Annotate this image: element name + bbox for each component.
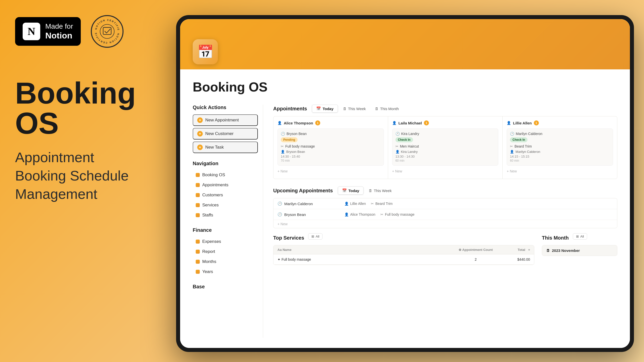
new-appointment-button[interactable]: + New Appointment <box>193 114 258 126</box>
tab-this-month[interactable]: 🗓 This Month <box>371 105 403 112</box>
svg-text:NOTION CERTIFIED: NOTION CERTIFIED <box>92 15 120 31</box>
scissors-icon-3: ✂ <box>510 144 513 148</box>
calendar-icon-tab2: 🗓 <box>343 107 347 111</box>
month-panel: 🗓 2023 November <box>542 245 617 256</box>
appt-duration-1: 70 min <box>281 159 381 162</box>
clock-icon-2: 🕐 <box>395 132 400 136</box>
clock-icon-upcoming-1: 🕐 <box>277 201 282 206</box>
clock-icon-upcoming-2: 🕐 <box>277 212 282 217</box>
upcoming-tab-week[interactable]: 🗓 This Week <box>365 187 396 194</box>
user-icon-2: 👤 <box>392 121 396 125</box>
appt-time-2: 13:30 - 14:30 <box>395 155 495 158</box>
appt-provider-1: 🕐 Bryson Bean <box>281 132 381 136</box>
nav-icon-customers <box>196 193 200 197</box>
service-total-1: $440.00 <box>500 257 530 261</box>
nav-icon-months <box>196 260 200 264</box>
col-header-total: Total + <box>500 248 530 252</box>
top-services-panel: Top Services ⊞ All <box>273 233 534 265</box>
this-month-title: This Month <box>542 235 569 241</box>
appointments-title: Appointments <box>273 106 307 112</box>
services-header-row: Aa Name ⊕ Appointment Count <box>273 245 534 254</box>
scissors-icon-upcoming-1: ✂ <box>371 202 374 206</box>
grid-icon-month: ⊞ <box>576 235 579 238</box>
content-grid: Quick Actions + New Appointment + New Cu… <box>193 105 617 338</box>
nav-customers[interactable]: Customers <box>193 191 258 200</box>
upcoming-service-1: ✂ Beard Trim <box>371 202 392 206</box>
add-new-btn-3[interactable]: + New <box>507 168 613 175</box>
upcoming-title: Upcoming Appointments <box>273 188 333 194</box>
nav-months[interactable]: Months <box>193 257 258 266</box>
calendar-icon-tab3: 🗓 <box>375 107 379 111</box>
new-customer-button[interactable]: + New Customer <box>193 128 258 140</box>
col-header-count: ⊕ Appointment Count <box>456 248 496 252</box>
calendar-icon-tab: 📅 <box>316 106 321 111</box>
upcoming-row-1: 🕐 Marilyn Calderon 👤 Lillie Allen <box>273 198 617 209</box>
upcoming-table: 🕐 Marilyn Calderon 👤 Lillie Allen <box>273 198 617 228</box>
clock-icon-3: 🕐 <box>510 132 514 136</box>
badge-count-1: 1 <box>315 120 320 125</box>
plus-icon-3: + <box>197 145 203 150</box>
base-title: Base <box>193 284 258 290</box>
nav-booking-os[interactable]: Booking OS <box>193 170 258 179</box>
service-name-1: ✦ Full body massage <box>277 257 452 261</box>
made-for-notion-badge: N Made for Notion <box>15 17 81 46</box>
nav-icon-years <box>196 270 200 274</box>
services-filter-all[interactable]: ⊞ All <box>308 233 323 240</box>
appt-card-3: 🕐 Marilyn Calderon Check In ✂ Beard Trim <box>507 128 613 166</box>
nav-services[interactable]: Services <box>193 201 258 210</box>
page-title: Booking OS <box>193 79 617 95</box>
tab-today[interactable]: 📅 Today <box>312 105 338 113</box>
user-icon-1: 👤 <box>277 121 282 125</box>
page-header: 📅 <box>180 19 630 69</box>
services-section: Top Services ⊞ All <box>273 233 617 265</box>
nav-staffs[interactable]: Staffs <box>193 211 258 220</box>
certified-badge-svg: NOTION CERTIFIED NOTION CERTIFIED <box>92 15 123 48</box>
appt-col-header-3: 👤 Lillie Allen 1 <box>507 120 613 125</box>
svg-point-2 <box>100 24 114 38</box>
hash-icon: ⊕ <box>459 248 462 252</box>
sidebar-content: Quick Actions + New Appointment + New Cu… <box>193 105 263 338</box>
navigation-title: Navigation <box>193 161 258 166</box>
upcoming-staff-2: 👤 Alice Thompson <box>344 212 375 216</box>
tab-this-week[interactable]: 🗓 This Week <box>339 105 370 112</box>
add-new-btn-1[interactable]: + New <box>277 168 384 175</box>
nav-appointments[interactable]: Appointments <box>193 180 258 190</box>
month-filter-all[interactable]: ⊞ All <box>573 233 587 240</box>
app-subtitle: Appointment Booking Schedule Management <box>15 148 151 203</box>
nav-icon-report <box>196 250 200 254</box>
upcoming-tab-today[interactable]: 📅 Today <box>338 187 364 195</box>
appointments-tabs: 📅 Today 🗓 This Week 🗓 <box>312 105 403 113</box>
left-panel: N Made for Notion NOTION CERTIFIED NOTIO… <box>0 0 166 362</box>
appt-service-1: ✂ Full body massage <box>281 144 381 148</box>
grid-icon: ⊞ <box>311 235 314 238</box>
notion-main: 📅 Booking OS Quick Actions + New Appoint… <box>180 19 630 348</box>
scissors-icon-2: ✂ <box>395 144 398 148</box>
badges-row: N Made for Notion NOTION CERTIFIED NOTIO… <box>15 15 151 48</box>
finance-section: Finance Expenses Report <box>193 227 258 276</box>
app-icon: 📅 <box>193 39 218 64</box>
nav-report[interactable]: Report <box>193 247 258 256</box>
upcoming-add-new[interactable]: + New <box>273 220 617 228</box>
nav-years[interactable]: Years <box>193 267 258 276</box>
services-table: Aa Name ⊕ Appointment Count <box>273 245 534 265</box>
add-new-btn-2[interactable]: + New <box>392 168 499 175</box>
add-icon[interactable]: + <box>528 248 530 252</box>
upcoming-tabs: 📅 Today 🗓 This Week <box>338 187 396 195</box>
appt-status-2: Check In <box>395 137 413 142</box>
appt-service-2: ✂ Men Haircut <box>395 144 495 148</box>
badge-count-3: 1 <box>534 120 539 125</box>
new-task-button[interactable]: + New Task <box>193 142 258 153</box>
tablet-frame: 📅 Booking OS Quick Actions + New Appoint… <box>176 15 634 352</box>
upcoming-meta-2: 👤 Alice Thompson ✂ Full body massage <box>344 212 613 216</box>
nav-icon-services <box>196 203 200 207</box>
base-section: Base <box>193 284 258 290</box>
appt-col-header-2: 👤 Laila Michael 1 <box>392 120 499 125</box>
services-data-row-1: ✦ Full body massage 2 $440.00 <box>273 254 534 265</box>
user-icon-client-3: 👤 <box>510 150 514 154</box>
upcoming-section: Upcoming Appointments 📅 Today 🗓 <box>273 187 617 228</box>
service-count-1: 2 <box>456 257 496 261</box>
appt-duration-3: 60 min <box>510 159 610 162</box>
page-content: Booking OS Quick Actions + New Appointme… <box>180 69 630 348</box>
nav-expenses[interactable]: Expenses <box>193 237 258 246</box>
user-icon-upcoming-2: 👤 <box>344 212 349 216</box>
